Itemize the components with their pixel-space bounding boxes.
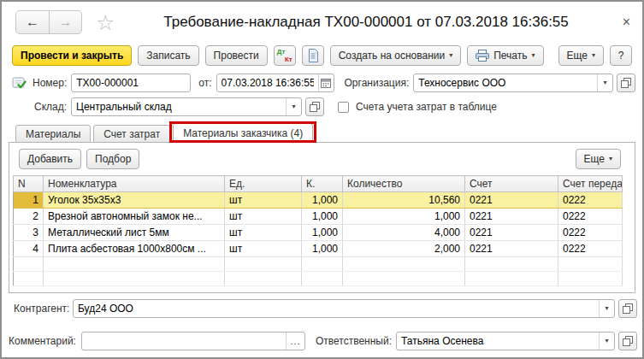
chevron-down-icon: ▾: [605, 338, 608, 344]
number-field: [71, 74, 191, 92]
forward-button[interactable]: →: [49, 11, 81, 33]
contractor-row: Контрагент: ▾: [2, 299, 642, 318]
contractor-open-button[interactable]: [618, 299, 637, 318]
print-button[interactable]: Печать▾: [467, 45, 543, 66]
responsible-dropdown-button[interactable]: ▾: [599, 333, 614, 350]
contractor-field: ▾: [73, 299, 615, 318]
chevron-down-icon: ▾: [449, 52, 452, 59]
tab-content-panel: Добавить Подбор Еще▾ N Номенклатура Ед. …: [9, 142, 635, 293]
contractor-input[interactable]: [74, 300, 599, 317]
document-window: ← → ☆ Требование-накладная ТХ00-000001 о…: [0, 0, 644, 359]
open-in-window-icon: [623, 303, 633, 314]
responsible-field: ▾: [396, 332, 615, 350]
chevron-down-icon: ▾: [592, 52, 595, 59]
chevron-down-icon: ▾: [603, 79, 606, 86]
column-header-transfer-account[interactable]: Счет передачи: [558, 176, 623, 192]
table-header-row: N Номенклатура Ед. К. Количество Счет Сч…: [14, 176, 623, 192]
comment-label: Комментарий:: [9, 335, 77, 347]
chevron-down-icon: ▾: [292, 103, 296, 110]
comment-row: Комментарий: ... Ответственный: ▾: [2, 332, 642, 350]
ellipsis-icon: ...: [290, 336, 300, 346]
organization-open-button[interactable]: [617, 74, 635, 92]
header-row-1: Номер: от: Организация: ▾: [2, 74, 642, 92]
post-and-close-button[interactable]: Провести и закрыть: [12, 45, 132, 66]
organization-input[interactable]: [414, 74, 597, 91]
document-structure-button[interactable]: [302, 45, 324, 66]
more-actions-button[interactable]: Еще▾: [558, 45, 604, 66]
open-in-window-icon: [623, 336, 633, 346]
warehouse-label: Склад:: [34, 101, 67, 113]
column-header-nomenclature[interactable]: Номенклатура: [44, 176, 225, 192]
dtkt-icon: ДтКт: [277, 48, 292, 63]
header-row-2: Склад: ▾ Счета учета затрат в таблице: [2, 97, 642, 116]
show-postings-button[interactable]: ДтКт: [274, 45, 296, 66]
empty-row: [14, 257, 623, 272]
comment-expand-button[interactable]: ...: [286, 333, 304, 350]
nav-history-group: ← →: [15, 10, 82, 34]
organization-field: ▾: [413, 74, 613, 92]
open-in-window-icon: [310, 102, 320, 112]
tab-cost-account[interactable]: Счет затрат: [93, 125, 170, 143]
items-toolbar: Добавить Подбор Еще▾: [9, 143, 635, 169]
page-title: Требование-накладная ТХ00-000001 от 07.0…: [115, 14, 617, 31]
cost-accounts-checkbox[interactable]: [338, 102, 349, 113]
warehouse-field: ▾: [71, 97, 302, 116]
date-input[interactable]: [217, 74, 318, 91]
open-in-window-icon: [621, 78, 631, 88]
contractor-label: Контрагент:: [14, 303, 68, 315]
organization-label: Организация:: [345, 77, 410, 89]
warehouse-open-button[interactable]: [305, 97, 324, 116]
chevron-down-icon: ▾: [605, 305, 608, 312]
calendar-button[interactable]: [318, 74, 334, 91]
contractor-dropdown-button[interactable]: ▾: [599, 300, 614, 317]
column-header-quantity[interactable]: Количество: [343, 176, 465, 192]
table-row[interactable]: 1 Уголок 35х35х3 шт 1,000 10,560 0221 02…: [14, 192, 623, 209]
number-input[interactable]: [72, 74, 190, 91]
comment-field: ...: [81, 332, 305, 350]
printer-icon: [476, 50, 489, 62]
column-header-n[interactable]: N: [14, 176, 44, 192]
back-button[interactable]: ←: [16, 11, 49, 33]
tab-customer-materials[interactable]: Материалы заказчика (4): [173, 123, 313, 143]
responsible-open-button[interactable]: [618, 332, 637, 350]
pick-items-button[interactable]: Подбор: [86, 149, 139, 169]
organization-dropdown-button[interactable]: ▾: [597, 74, 612, 91]
chevron-down-icon: ▾: [532, 52, 535, 59]
chevron-down-icon: ▾: [609, 156, 612, 162]
title-bar: ← → ☆ Требование-накладная ТХ00-000001 о…: [2, 2, 642, 43]
warehouse-input[interactable]: [72, 98, 286, 115]
items-table: N Номенклатура Ед. К. Количество Счет Сч…: [13, 175, 623, 286]
column-header-k[interactable]: К.: [302, 176, 343, 192]
column-header-unit[interactable]: Ед.: [225, 176, 302, 192]
date-field: [216, 74, 334, 92]
date-label: от:: [198, 77, 211, 89]
tab-strip: Материалы Счет затрат Материалы заказчик…: [15, 123, 642, 143]
table-row[interactable]: 2 Врезной автономный замок не... шт 1,00…: [14, 209, 623, 225]
cost-accounts-label: Счета учета затрат в таблице: [356, 101, 497, 113]
forward-arrow-icon: →: [59, 15, 73, 30]
document-icon: [307, 49, 319, 62]
close-icon[interactable]: ×: [623, 15, 630, 30]
back-arrow-icon: ←: [26, 15, 39, 30]
number-label: Номер:: [32, 77, 67, 89]
tab-materials[interactable]: Материалы: [15, 125, 91, 143]
table-row[interactable]: 3 Металлический лист 5мм шт 1,000 4,000 …: [14, 225, 623, 241]
help-button[interactable]: ?: [610, 45, 632, 66]
save-button[interactable]: Записать: [138, 45, 198, 66]
create-based-on-button[interactable]: Создать на основании▾: [330, 45, 462, 66]
empty-row: [14, 272, 623, 286]
comment-input[interactable]: [82, 333, 286, 350]
post-button[interactable]: Провести: [205, 45, 268, 66]
responsible-input[interactable]: [397, 333, 599, 350]
table-row[interactable]: 4 Плита асбестовая 1000х800см ... шт 1,0…: [14, 241, 623, 257]
items-more-button[interactable]: Еще▾: [576, 149, 621, 169]
responsible-label: Ответственный:: [316, 335, 392, 347]
posted-document-icon: [12, 76, 27, 90]
calendar-icon: [321, 78, 331, 88]
add-row-button[interactable]: Добавить: [19, 149, 81, 169]
main-toolbar: Провести и закрыть Записать Провести ДтК…: [2, 43, 642, 68]
warehouse-dropdown-button[interactable]: ▾: [286, 98, 301, 115]
column-header-account[interactable]: Счет: [465, 176, 558, 192]
favorite-star-icon[interactable]: ☆: [96, 12, 115, 33]
